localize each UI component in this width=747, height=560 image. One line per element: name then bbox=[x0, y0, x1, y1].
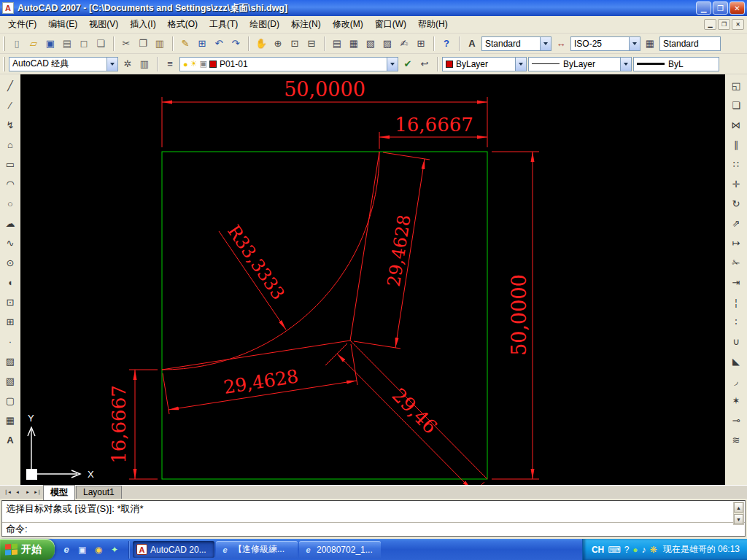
drawing-area[interactable]: 50,0000 16,6667 50,0000 16,6667 bbox=[20, 74, 725, 485]
drawing-canvas[interactable]: 50,0000 16,6667 50,0000 16,6667 bbox=[20, 74, 725, 485]
scale-icon[interactable]: ⇗ bbox=[728, 215, 744, 231]
offset-icon[interactable]: ∥ bbox=[728, 136, 744, 152]
polygon-icon[interactable]: ⌂ bbox=[2, 136, 18, 152]
workspace-combo[interactable]: AutoCAD 经典 bbox=[9, 57, 118, 71]
menu-insert[interactable]: 插入(I) bbox=[124, 15, 161, 34]
tab-nav-prev[interactable]: ◂ bbox=[12, 487, 23, 497]
join-icon[interactable]: ∪ bbox=[728, 333, 744, 349]
ellipse-icon[interactable]: ⊙ bbox=[2, 254, 18, 271]
dropdown-arrow-icon[interactable] bbox=[387, 58, 398, 71]
dropdown-arrow-icon[interactable] bbox=[540, 37, 551, 50]
lineweight-combo[interactable]: ByL bbox=[633, 57, 719, 71]
menu-window[interactable]: 窗口(W) bbox=[369, 15, 412, 34]
mirror-icon[interactable]: ⋈ bbox=[728, 117, 744, 133]
dim-style-combo[interactable]: ISO-25 bbox=[570, 36, 640, 51]
scroll-down-icon[interactable]: ▼ bbox=[734, 514, 743, 524]
paste-icon[interactable]: ▥ bbox=[152, 36, 168, 52]
properties-icon[interactable]: ▤ bbox=[329, 36, 345, 52]
revcloud-icon[interactable]: ☁ bbox=[2, 215, 18, 231]
make-block-icon[interactable]: ⊞ bbox=[2, 314, 18, 330]
menu-modify[interactable]: 修改(M) bbox=[327, 15, 369, 34]
break-icon[interactable]: ∶ bbox=[728, 314, 744, 330]
cut-icon[interactable]: ✂ bbox=[118, 36, 134, 52]
command-scrollbar[interactable]: ▲ ▼ bbox=[733, 502, 744, 525]
tray-clock[interactable]: 现在是雄哥的 06:13 bbox=[663, 543, 740, 556]
rectangle-icon[interactable]: ▭ bbox=[2, 156, 18, 172]
mdi-restore-button[interactable]: ❐ bbox=[718, 19, 730, 30]
lengthen-icon[interactable]: ⊸ bbox=[728, 412, 744, 428]
tab-nav-first[interactable]: ❘◂ bbox=[2, 487, 12, 497]
keyboard-tray-icon[interactable]: ⌨ bbox=[608, 545, 620, 555]
dimension-left[interactable]: 16,6667 bbox=[108, 370, 158, 479]
match-properties-icon[interactable]: ✎ bbox=[177, 36, 193, 52]
minimize-button[interactable]: ▁ bbox=[696, 1, 711, 15]
erase-icon[interactable]: ◱ bbox=[728, 77, 744, 93]
markup-icon[interactable]: ✍ bbox=[396, 36, 412, 52]
point-icon[interactable]: ∙ bbox=[2, 333, 18, 349]
quick-launch-messenger-icon[interactable]: ✦ bbox=[108, 543, 121, 556]
sheetset-manager-icon[interactable]: ▨ bbox=[379, 36, 395, 52]
menu-edit[interactable]: 编辑(E) bbox=[42, 15, 83, 34]
zoom-previous-icon[interactable]: ⊟ bbox=[303, 36, 320, 52]
pan-icon[interactable]: ✋ bbox=[253, 36, 269, 52]
align-icon[interactable]: ≋ bbox=[728, 432, 744, 448]
plot-icon[interactable]: ▤ bbox=[59, 36, 75, 52]
quickcalc-icon[interactable]: ⊞ bbox=[413, 36, 429, 52]
block-editor-icon[interactable]: ⊞ bbox=[194, 36, 210, 52]
dimension-top-right[interactable]: 16,6667 bbox=[379, 114, 487, 149]
mdi-minimize-button[interactable]: ▁ bbox=[704, 19, 716, 30]
mdi-close-button[interactable]: ✕ bbox=[732, 19, 744, 30]
task-ie-2[interactable]: e 20080702_1... bbox=[299, 541, 381, 558]
trim-icon[interactable]: ✁ bbox=[728, 254, 744, 271]
designcenter-icon[interactable]: ▦ bbox=[346, 36, 362, 52]
help-tray-icon[interactable]: ? bbox=[624, 545, 630, 555]
new-icon[interactable]: ▯ bbox=[9, 36, 25, 52]
table-style-icon[interactable]: ▦ bbox=[642, 36, 658, 52]
quick-launch-media-icon[interactable]: ◉ bbox=[92, 543, 105, 556]
menu-dimension[interactable]: 标注(N) bbox=[285, 15, 327, 34]
language-indicator[interactable]: CH bbox=[592, 545, 604, 555]
dropdown-arrow-icon[interactable] bbox=[620, 58, 631, 71]
stretch-icon[interactable]: ↦ bbox=[728, 235, 744, 251]
zoom-window-icon[interactable]: ⊡ bbox=[287, 36, 303, 52]
menu-help[interactable]: 帮助(H) bbox=[412, 15, 454, 34]
help-icon[interactable]: ? bbox=[438, 36, 454, 52]
rotate-icon[interactable]: ↻ bbox=[728, 195, 744, 211]
fillet-icon[interactable]: ◞ bbox=[728, 373, 744, 389]
restore-button[interactable]: ❐ bbox=[713, 1, 728, 15]
undo-icon[interactable]: ↶ bbox=[211, 36, 227, 52]
dimension-radius[interactable]: R33,3333 bbox=[219, 222, 288, 330]
explode-icon[interactable]: ✶ bbox=[728, 392, 744, 408]
drawing-entities[interactable] bbox=[162, 152, 487, 479]
text-style-combo[interactable]: Standard bbox=[481, 36, 551, 51]
extend-icon[interactable]: ⇥ bbox=[728, 274, 744, 290]
layer-combo[interactable]: ● ☀ ▣ P01-01 bbox=[179, 57, 398, 71]
quick-launch-desktop-icon[interactable]: ▣ bbox=[76, 543, 89, 556]
workspace-settings-icon[interactable]: ✲ bbox=[120, 56, 136, 72]
task-ie-1[interactable]: e 【進修級練... bbox=[216, 541, 298, 558]
tab-nav-next[interactable]: ▸ bbox=[23, 487, 33, 497]
copy-object-icon[interactable]: ❏ bbox=[728, 97, 744, 113]
insert-block-icon[interactable]: ⊡ bbox=[2, 294, 18, 310]
region-icon[interactable]: ▢ bbox=[2, 392, 18, 408]
menu-file[interactable]: 文件(F) bbox=[2, 15, 42, 34]
zoom-realtime-icon[interactable]: ⊕ bbox=[270, 36, 286, 52]
construction-line-icon[interactable]: ⁄ bbox=[2, 97, 18, 113]
chamfer-icon[interactable]: ◣ bbox=[728, 353, 744, 369]
table-icon[interactable]: ▦ bbox=[2, 412, 18, 428]
quick-launch-ie-icon[interactable]: e bbox=[60, 543, 73, 556]
save-icon[interactable]: ▣ bbox=[42, 36, 58, 52]
menu-tools[interactable]: 工具(T) bbox=[204, 15, 244, 34]
redo-icon[interactable]: ↷ bbox=[228, 36, 244, 52]
color-combo[interactable]: ByLayer bbox=[442, 57, 527, 71]
polyline-icon[interactable]: ↯ bbox=[2, 117, 18, 133]
layer-properties-manager-icon[interactable]: ≡ bbox=[162, 56, 178, 72]
menu-view[interactable]: 视图(V) bbox=[83, 15, 124, 34]
open-icon[interactable]: ▱ bbox=[26, 36, 42, 52]
dimension-segment-steep[interactable]: 29,4628 bbox=[354, 152, 430, 349]
dropdown-arrow-icon[interactable] bbox=[107, 58, 117, 71]
dropdown-arrow-icon[interactable] bbox=[629, 37, 640, 50]
make-layer-current-icon[interactable]: ✔ bbox=[400, 56, 416, 72]
ellipse-arc-icon[interactable]: ◖ bbox=[2, 274, 18, 290]
linetype-combo[interactable]: ByLayer bbox=[528, 57, 632, 71]
